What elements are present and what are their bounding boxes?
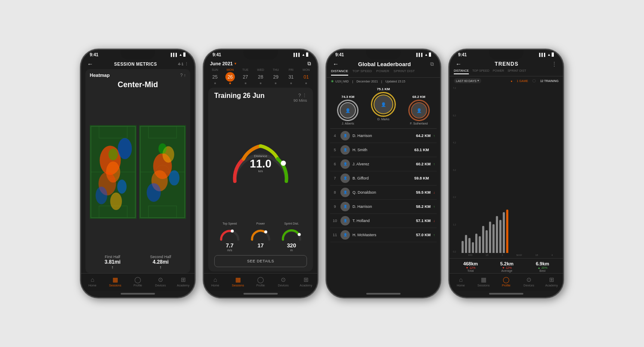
more-icon-4[interactable]: ⋮ — [552, 61, 557, 67]
p4-period-filter[interactable]: LAST 60 DAYS ▾ — [454, 78, 481, 83]
p4-tabs: DISTANCE TOP SPEED POWER SPRINT DIST — [450, 69, 563, 76]
p3-tab-distance[interactable]: DISTANCE — [331, 69, 348, 76]
p2-session-duration: 90 Mins — [293, 98, 307, 103]
nav-academy-1[interactable]: ⊞ Academy — [172, 276, 194, 287]
bottom-nav-1: ⌂ Home ▦ Sessions ◯ Profile ⊙ Devices ⊞ — [81, 273, 194, 291]
p4-best-change: ▲ 20% — [536, 266, 549, 269]
p4-filter-row: LAST 60 DAYS ▾ ● 1 GAME ◯ 12 TRAINING — [450, 76, 563, 85]
nav-sessions-1[interactable]: ▦ Sessions — [104, 276, 127, 287]
p2-session-title: Training 26 Jun — [214, 92, 264, 100]
home-indicator-2 — [243, 293, 278, 295]
avatar-8: 👤 — [340, 188, 350, 197]
p1-first-half-val: 3.81mi — [104, 259, 120, 265]
podium-1st: 75.1 KM 👤 D. Marks — [371, 87, 396, 121]
p4-total-change: ▼ 12% — [463, 266, 478, 269]
svg-point-13 — [109, 149, 118, 160]
p1-halves-row: First Half 3.81mi ↑ Second Half 4.28mi ↑ — [90, 255, 186, 270]
p1-first-half: First Half 3.81mi ↑ — [104, 255, 120, 270]
avatar-5: 👤 — [340, 145, 350, 155]
p4-tab-sprint[interactable]: SPRINT DIST — [507, 69, 526, 74]
devices-icon-2: ⊙ — [281, 276, 286, 283]
nav-profile-1[interactable]: ◯ Profile — [127, 276, 149, 287]
period-label: LAST 60 DAYS — [456, 79, 477, 82]
p2-mini-gauges: Top Speed 7.7 m/s Power — [214, 222, 307, 252]
p1-second-half-arrow: ↑ — [150, 265, 171, 270]
p1-heatmap-icons: ? ↑ — [180, 73, 186, 78]
svg-point-23 — [147, 183, 161, 202]
p4-stat-total: 468km ▼ 12% Total — [463, 261, 478, 272]
bar-group-1 — [462, 241, 464, 253]
p4-tab-topspeed[interactable]: TOP SPEED — [472, 69, 489, 74]
mini-gauge-power: Power 17 — [250, 222, 271, 252]
nav-devices-2[interactable]: ⊙ Devices — [272, 276, 295, 287]
notch-4 — [489, 50, 523, 59]
nav-devices-4[interactable]: ⊙ Devices — [517, 276, 540, 287]
nav-profile-2[interactable]: ◯ Profile — [249, 276, 272, 287]
notch-3 — [366, 50, 401, 59]
bar-w-12 — [499, 220, 501, 253]
podium-2nd-km: 74.3 KM — [341, 95, 354, 99]
nav-academy-4[interactable]: ⊞ Academy — [540, 276, 563, 287]
phone-2: 9:41 ▌▌▌ ▲ ▊ June 2021 ▾ ⧉ SUN 25 MON — [203, 49, 318, 298]
bar-w-1 — [462, 241, 464, 253]
bar-w-9 — [489, 222, 491, 253]
p3-tab-sprint[interactable]: SPRINT DIST — [394, 69, 415, 76]
podium-2nd-name: J. Alberts — [342, 122, 354, 125]
list-item-4: 4 👤 D. Harrison 64.2 KM ↑ — [330, 129, 437, 143]
home-icon-2: ⌂ — [213, 276, 217, 283]
back-arrow-3[interactable]: ← — [333, 61, 339, 67]
nav-sessions-label-1: Sessions — [109, 284, 121, 287]
list-item-9: 9 👤 D. Harrison 58.2 KM ↑ — [330, 200, 437, 214]
list-item-11: 11 👤 H. McMasters 57.0 KM ↑ — [330, 228, 437, 242]
nav-home-4[interactable]: ⌂ Home — [450, 276, 472, 287]
p2-session-card: Training 26 Jun ? ⋮ 90 Mins — [208, 88, 313, 271]
status-time-2: 9:41 — [213, 52, 221, 57]
bar-group-12 — [499, 220, 501, 253]
bar-w-7 — [482, 226, 484, 253]
back-arrow-4[interactable]: ← — [456, 61, 462, 67]
bar-w-5 — [475, 234, 477, 253]
p1-heatmap-box: Heatmap ? ↑ Center-Mid — [85, 69, 190, 273]
p2-day-mon26[interactable]: MON 26 — [225, 68, 235, 84]
p4-avg-val: 5.2km — [500, 261, 513, 266]
training-label: 12 TRAINING — [540, 79, 559, 82]
p4-tab-power[interactable]: POWER — [493, 69, 504, 74]
nav-devices-label-1: Devices — [155, 284, 166, 287]
p4-tab-distance[interactable]: DISTANCE — [454, 69, 469, 74]
bar-w-8 — [486, 230, 488, 253]
nav-academy-2[interactable]: ⊞ Academy — [295, 276, 317, 287]
nav-sessions-4[interactable]: ▦ Sessions — [472, 276, 495, 287]
list-item-10: 10 👤 T. Holland 57.1 KM ↓ — [330, 214, 437, 228]
phone-3: 9:41 ▌▌▌ ▲ ▊ ← Global Leaderboard ⧉ DIST… — [326, 49, 441, 298]
back-arrow-1[interactable]: ← — [87, 61, 93, 67]
svg-point-9 — [110, 192, 122, 210]
p1-header: ← SESSION METRICS 4-1 ⋮ — [81, 58, 194, 69]
bar-w-3 — [468, 238, 471, 253]
nav-academy-label-2: Academy — [300, 284, 312, 287]
filter-icon-3[interactable]: ⧉ — [430, 61, 434, 67]
bar-w-10 — [492, 224, 495, 253]
nav-devices-label-4: Devices — [523, 284, 534, 287]
nav-academy-label-4: Academy — [545, 284, 558, 287]
p3-header: ← Global Leaderboard ⧉ — [327, 58, 440, 69]
p4-header: ← TRENDS ⋮ — [450, 58, 563, 69]
phone-2-screen: 9:41 ▌▌▌ ▲ ▊ June 2021 ▾ ⧉ SUN 25 MON — [204, 50, 317, 297]
bar-w-4 — [472, 242, 474, 253]
nav-profile-4[interactable]: ◯ Profile — [495, 276, 518, 287]
p2-see-details[interactable]: SEE DETAILS — [214, 255, 307, 267]
mini-sprint-label: Sprint Dist. — [281, 222, 302, 225]
nav-home-2[interactable]: ⌂ Home — [204, 276, 227, 287]
p1-second-half-label: Second Half — [150, 255, 171, 259]
mini-sprint-val: 320 — [281, 242, 302, 249]
nav-home-1[interactable]: ⌂ Home — [81, 276, 104, 287]
p3-list: 4 👤 D. Harrison 64.2 KM ↑ 5 👤 H. Smith 6… — [327, 129, 440, 291]
p3-tab-topspeed[interactable]: TOP SPEED — [352, 69, 372, 76]
p2-filter-icon[interactable]: ⧉ — [307, 61, 311, 67]
nav-profile-label-2: Profile — [256, 284, 265, 287]
p3-title: Global Leaderboard — [358, 61, 411, 67]
status-icons-1: ▌▌▌ ▲ ▊ — [171, 53, 186, 57]
p2-session-header: Training 26 Jun ? ⋮ 90 Mins — [214, 92, 307, 103]
p3-tab-power[interactable]: POWER — [376, 69, 389, 76]
nav-sessions-2[interactable]: ▦ Sessions — [227, 276, 249, 287]
nav-devices-1[interactable]: ⊙ Devices — [149, 276, 172, 287]
